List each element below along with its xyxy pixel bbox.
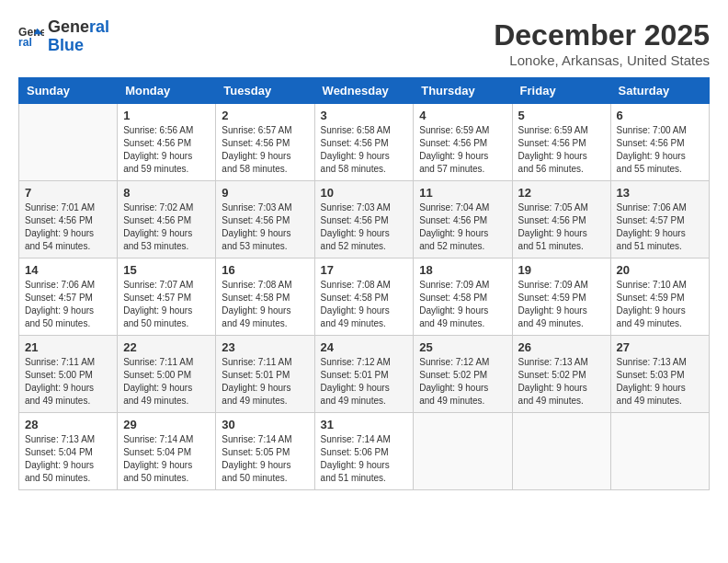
calendar-cell: 25Sunrise: 7:12 AM Sunset: 5:02 PM Dayli… bbox=[414, 336, 512, 413]
day-info: Sunrise: 7:11 AM Sunset: 5:01 PM Dayligh… bbox=[222, 356, 308, 408]
calendar-cell: 29Sunrise: 7:14 AM Sunset: 5:04 PM Dayli… bbox=[118, 413, 216, 490]
day-number: 30 bbox=[222, 418, 308, 431]
calendar-week-3: 14Sunrise: 7:06 AM Sunset: 4:57 PM Dayli… bbox=[19, 259, 710, 336]
calendar-cell: 15Sunrise: 7:07 AM Sunset: 4:57 PM Dayli… bbox=[118, 259, 216, 336]
day-info: Sunrise: 7:11 AM Sunset: 5:00 PM Dayligh… bbox=[25, 356, 111, 408]
day-number: 5 bbox=[518, 109, 605, 122]
day-number: 3 bbox=[321, 109, 408, 122]
day-info: Sunrise: 7:10 AM Sunset: 4:59 PM Dayligh… bbox=[617, 279, 703, 330]
day-info: Sunrise: 7:06 AM Sunset: 4:57 PM Dayligh… bbox=[617, 201, 703, 253]
day-number: 16 bbox=[222, 263, 308, 277]
day-number: 20 bbox=[617, 263, 703, 277]
calendar-cell: 22Sunrise: 7:11 AM Sunset: 5:00 PM Dayli… bbox=[118, 336, 216, 413]
calendar-week-1: 1Sunrise: 6:56 AM Sunset: 4:56 PM Daylig… bbox=[19, 104, 710, 181]
day-number: 10 bbox=[321, 186, 408, 200]
calendar-cell: 10Sunrise: 7:03 AM Sunset: 4:56 PM Dayli… bbox=[314, 181, 414, 259]
day-info: Sunrise: 7:11 AM Sunset: 5:00 PM Dayligh… bbox=[123, 356, 210, 408]
calendar-cell bbox=[19, 104, 118, 181]
calendar-cell: 23Sunrise: 7:11 AM Sunset: 5:01 PM Dayli… bbox=[216, 336, 314, 413]
calendar-cell: 12Sunrise: 7:05 AM Sunset: 4:56 PM Dayli… bbox=[512, 181, 610, 259]
day-number: 19 bbox=[518, 263, 605, 277]
day-info: Sunrise: 7:03 AM Sunset: 4:56 PM Dayligh… bbox=[222, 201, 308, 253]
day-info: Sunrise: 7:00 AM Sunset: 4:56 PM Dayligh… bbox=[617, 124, 703, 176]
day-number: 12 bbox=[518, 186, 605, 200]
calendar-cell: 4Sunrise: 6:59 AM Sunset: 4:56 PM Daylig… bbox=[414, 104, 512, 181]
calendar-cell: 24Sunrise: 7:12 AM Sunset: 5:01 PM Dayli… bbox=[314, 336, 414, 413]
calendar-cell bbox=[512, 413, 610, 490]
day-info: Sunrise: 7:04 AM Sunset: 4:56 PM Dayligh… bbox=[419, 201, 506, 253]
day-number: 4 bbox=[419, 109, 506, 122]
day-number: 6 bbox=[617, 109, 703, 122]
day-info: Sunrise: 7:05 AM Sunset: 4:56 PM Dayligh… bbox=[518, 201, 605, 253]
day-number: 13 bbox=[617, 186, 703, 200]
calendar-cell: 21Sunrise: 7:11 AM Sunset: 5:00 PM Dayli… bbox=[19, 336, 118, 413]
calendar-week-4: 21Sunrise: 7:11 AM Sunset: 5:00 PM Dayli… bbox=[19, 336, 710, 413]
calendar-cell: 13Sunrise: 7:06 AM Sunset: 4:57 PM Dayli… bbox=[610, 181, 709, 259]
calendar-cell: 28Sunrise: 7:13 AM Sunset: 5:04 PM Dayli… bbox=[19, 413, 118, 490]
day-number: 2 bbox=[222, 109, 308, 122]
calendar-header-row: SundayMondayTuesdayWednesdayThursdayFrid… bbox=[19, 78, 710, 104]
svg-text:ral: ral bbox=[18, 36, 32, 49]
calendar-table: SundayMondayTuesdayWednesdayThursdayFrid… bbox=[18, 77, 710, 490]
location-title: Lonoke, Arkansas, United States bbox=[494, 52, 710, 68]
calendar-cell: 1Sunrise: 6:56 AM Sunset: 4:56 PM Daylig… bbox=[118, 104, 216, 181]
calendar-cell: 7Sunrise: 7:01 AM Sunset: 4:56 PM Daylig… bbox=[19, 181, 118, 259]
day-number: 15 bbox=[123, 263, 210, 277]
logo-text: General Blue bbox=[48, 18, 109, 55]
day-number: 7 bbox=[25, 186, 111, 200]
day-number: 24 bbox=[321, 340, 408, 354]
day-info: Sunrise: 6:59 AM Sunset: 4:56 PM Dayligh… bbox=[419, 124, 506, 176]
calendar-cell: 3Sunrise: 6:58 AM Sunset: 4:56 PM Daylig… bbox=[314, 104, 414, 181]
day-number: 18 bbox=[419, 263, 506, 277]
calendar-week-2: 7Sunrise: 7:01 AM Sunset: 4:56 PM Daylig… bbox=[19, 181, 710, 259]
day-info: Sunrise: 7:13 AM Sunset: 5:03 PM Dayligh… bbox=[617, 356, 703, 408]
calendar-cell: 16Sunrise: 7:08 AM Sunset: 4:58 PM Dayli… bbox=[216, 259, 314, 336]
calendar-cell bbox=[414, 413, 512, 490]
calendar-cell: 14Sunrise: 7:06 AM Sunset: 4:57 PM Dayli… bbox=[19, 259, 118, 336]
calendar-cell: 5Sunrise: 6:59 AM Sunset: 4:56 PM Daylig… bbox=[512, 104, 610, 181]
day-info: Sunrise: 6:58 AM Sunset: 4:56 PM Dayligh… bbox=[321, 124, 408, 176]
day-number: 14 bbox=[25, 263, 111, 277]
logo-icon: Gene ral bbox=[18, 24, 44, 50]
title-area: December 2025 Lonoke, Arkansas, United S… bbox=[494, 18, 710, 68]
weekday-header-tuesday: Tuesday bbox=[216, 78, 314, 104]
calendar-cell bbox=[610, 413, 709, 490]
weekday-header-friday: Friday bbox=[512, 78, 610, 104]
day-number: 23 bbox=[222, 340, 308, 354]
day-info: Sunrise: 7:07 AM Sunset: 4:57 PM Dayligh… bbox=[123, 279, 210, 330]
page-header: Gene ral General Blue December 2025 Lono… bbox=[18, 18, 710, 68]
weekday-header-monday: Monday bbox=[118, 78, 216, 104]
day-info: Sunrise: 7:13 AM Sunset: 5:04 PM Dayligh… bbox=[25, 433, 111, 485]
calendar-week-5: 28Sunrise: 7:13 AM Sunset: 5:04 PM Dayli… bbox=[19, 413, 710, 490]
day-number: 22 bbox=[123, 340, 210, 354]
day-number: 9 bbox=[222, 186, 308, 200]
calendar-cell: 9Sunrise: 7:03 AM Sunset: 4:56 PM Daylig… bbox=[216, 181, 314, 259]
day-info: Sunrise: 7:03 AM Sunset: 4:56 PM Dayligh… bbox=[321, 201, 408, 253]
logo: Gene ral General Blue bbox=[18, 18, 109, 55]
day-info: Sunrise: 6:57 AM Sunset: 4:56 PM Dayligh… bbox=[222, 124, 308, 176]
day-number: 29 bbox=[123, 418, 210, 431]
day-info: Sunrise: 7:13 AM Sunset: 5:02 PM Dayligh… bbox=[518, 356, 605, 408]
day-number: 26 bbox=[518, 340, 605, 354]
calendar-cell: 6Sunrise: 7:00 AM Sunset: 4:56 PM Daylig… bbox=[610, 104, 709, 181]
calendar-cell: 27Sunrise: 7:13 AM Sunset: 5:03 PM Dayli… bbox=[610, 336, 709, 413]
day-info: Sunrise: 7:01 AM Sunset: 4:56 PM Dayligh… bbox=[25, 201, 111, 253]
calendar-cell: 26Sunrise: 7:13 AM Sunset: 5:02 PM Dayli… bbox=[512, 336, 610, 413]
day-number: 8 bbox=[123, 186, 210, 200]
day-info: Sunrise: 6:56 AM Sunset: 4:56 PM Dayligh… bbox=[123, 124, 210, 176]
day-number: 11 bbox=[419, 186, 506, 200]
day-number: 17 bbox=[321, 263, 408, 277]
day-info: Sunrise: 6:59 AM Sunset: 4:56 PM Dayligh… bbox=[518, 124, 605, 176]
weekday-header-wednesday: Wednesday bbox=[314, 78, 414, 104]
calendar-cell: 19Sunrise: 7:09 AM Sunset: 4:59 PM Dayli… bbox=[512, 259, 610, 336]
weekday-header-saturday: Saturday bbox=[610, 78, 709, 104]
day-info: Sunrise: 7:14 AM Sunset: 5:06 PM Dayligh… bbox=[321, 433, 408, 485]
day-info: Sunrise: 7:09 AM Sunset: 4:58 PM Dayligh… bbox=[419, 279, 506, 330]
weekday-header-thursday: Thursday bbox=[414, 78, 512, 104]
day-number: 27 bbox=[617, 340, 703, 354]
day-info: Sunrise: 7:02 AM Sunset: 4:56 PM Dayligh… bbox=[123, 201, 210, 253]
day-number: 21 bbox=[25, 340, 111, 354]
calendar-cell: 17Sunrise: 7:08 AM Sunset: 4:58 PM Dayli… bbox=[314, 259, 414, 336]
day-info: Sunrise: 7:14 AM Sunset: 5:05 PM Dayligh… bbox=[222, 433, 308, 485]
day-number: 28 bbox=[25, 418, 111, 431]
